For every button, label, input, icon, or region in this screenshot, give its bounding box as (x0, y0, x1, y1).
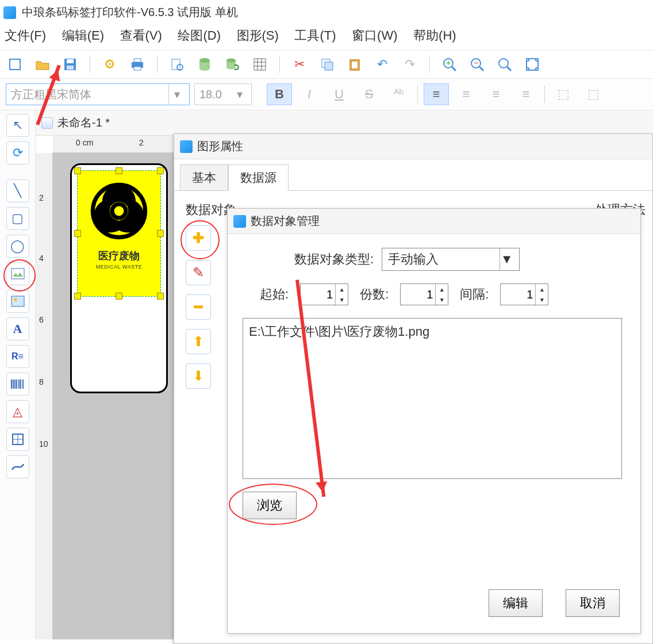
menu-draw[interactable]: 绘图(D) (178, 28, 221, 43)
menu-view[interactable]: 查看(V) (120, 28, 162, 43)
font-select[interactable]: 方正粗黑宋简体 ▾ (6, 83, 190, 105)
grid-icon[interactable] (251, 55, 269, 74)
svg-rect-3 (67, 66, 74, 70)
move-up-button[interactable]: ⬆ (186, 329, 211, 354)
dialog-icon (233, 215, 246, 228)
svg-line-22 (507, 67, 511, 71)
edit-button[interactable]: 编辑 (489, 589, 543, 617)
type-select[interactable]: 手动输入 ▼ (382, 248, 520, 271)
menu-bar: 文件(F) 编辑(E) 查看(V) 绘图(D) 图形(S) 工具(T) 窗口(W… (0, 24, 653, 51)
remove-button[interactable]: ━ (186, 294, 211, 320)
ellipse-tool[interactable]: ◯ (6, 235, 29, 258)
svg-line-16 (452, 67, 456, 71)
gear-icon[interactable]: ⚙ (101, 55, 119, 74)
svg-rect-14 (352, 62, 358, 68)
bold-button[interactable]: B (267, 83, 292, 105)
barcode-tool[interactable] (6, 373, 29, 396)
path-textbox[interactable]: E:\工作文件\图片\医疗废物1.png (243, 318, 622, 479)
cancel-button[interactable]: 取消 (566, 589, 620, 617)
properties-title-bar: 图形属性 (174, 134, 652, 159)
menu-shape[interactable]: 图形(S) (237, 28, 279, 43)
strike-button[interactable]: S (356, 83, 382, 105)
zoom-fit-icon[interactable] (495, 55, 514, 74)
properties-tabs: 基本 数据源 (174, 159, 652, 191)
clear-format-button[interactable]: ᴬᵇ (386, 83, 412, 105)
type-value: 手动输入 (388, 251, 439, 268)
print-icon[interactable] (128, 55, 147, 74)
move-down-button[interactable]: ⬇ (186, 363, 211, 389)
open-icon[interactable] (33, 55, 52, 74)
select-tool[interactable]: ↖ (6, 114, 29, 137)
fullscreen-icon[interactable] (523, 55, 541, 74)
count-input[interactable] (401, 284, 435, 305)
svg-rect-0 (10, 59, 20, 70)
font-size-select[interactable]: 18.0 ▾ (194, 83, 252, 105)
list-operations: ✚ ✎ ━ ⬆ ⬇ (186, 225, 217, 389)
font-size: 18.0 (199, 88, 222, 101)
vertical-ruler: 2 4 6 8 10 (36, 153, 53, 639)
chevron-down-icon[interactable]: ▾ (168, 84, 185, 105)
format-bar: 方正粗黑宋简体 ▾ 18.0 ▾ B I U S ᴬᵇ ≡ ≡ ≡ ≡ ⬚ ⬚ (0, 79, 653, 110)
label-canvas[interactable] (70, 163, 168, 393)
dialog-title-bar: 数据对象管理 (228, 209, 640, 234)
menu-file[interactable]: 文件(F) (5, 28, 46, 43)
text-tool[interactable]: A (6, 317, 29, 340)
svg-text:+: + (446, 58, 451, 67)
underline-button[interactable]: U (326, 83, 352, 105)
preview-icon[interactable] (168, 55, 186, 74)
align-right-button[interactable]: ≡ (483, 83, 509, 105)
chevron-down-icon[interactable]: ▾ (233, 84, 247, 105)
spacing-inc-button[interactable]: ⬚ (551, 83, 576, 105)
menu-help[interactable]: 帮助(H) (413, 28, 456, 43)
rotate-tool[interactable]: ⟳ (6, 141, 29, 164)
menu-edit[interactable]: 编辑(E) (62, 28, 104, 43)
line-tool[interactable]: ╲ (6, 179, 29, 202)
rounded-rect-tool[interactable]: ▢ (6, 207, 29, 230)
richtext-tool[interactable]: R≡ (6, 345, 29, 368)
database-sync-icon[interactable] (223, 55, 241, 74)
redo-icon[interactable]: ↷ (401, 55, 419, 74)
italic-button[interactable]: I (297, 83, 322, 105)
paste-icon[interactable] (345, 55, 364, 74)
zoom-out-icon[interactable]: − (468, 55, 486, 74)
browse-button[interactable]: 浏览 (243, 492, 297, 519)
type-label: 数据对象类型: (294, 251, 374, 268)
svg-point-21 (499, 59, 508, 68)
new-icon[interactable] (6, 55, 24, 74)
svg-rect-2 (67, 59, 74, 63)
start-spinner[interactable]: ▲▼ (300, 283, 348, 305)
menu-tool[interactable]: 工具(T) (294, 28, 336, 43)
document-tab[interactable]: 未命名-1 * (36, 110, 653, 136)
add-button[interactable]: ✚ (186, 225, 211, 251)
svg-line-19 (479, 67, 483, 71)
table-tool[interactable] (6, 428, 29, 451)
svg-rect-5 (134, 59, 141, 62)
title-bar: 中琅条码标签打印软件-V6.5.3 试用版 单机 (0, 0, 653, 24)
start-input[interactable] (301, 284, 335, 305)
image-tool[interactable] (6, 262, 29, 285)
app-title: 中琅条码标签打印软件-V6.5.3 试用版 单机 (22, 5, 238, 20)
qrcode-tool[interactable]: ◬ (6, 400, 29, 423)
undo-icon[interactable]: ↶ (373, 55, 391, 74)
spacing-dec-button[interactable]: ⬚ (581, 83, 606, 105)
interval-spinner[interactable]: ▲▼ (500, 283, 548, 305)
zoom-in-icon[interactable]: + (440, 55, 459, 74)
database-icon[interactable] (195, 55, 214, 74)
align-justify-button[interactable]: ≡ (513, 83, 539, 105)
cut-icon[interactable]: ✂ (290, 55, 309, 74)
chevron-down-icon[interactable]: ▼ (500, 248, 513, 270)
copy-icon[interactable] (318, 55, 336, 74)
curve-tool[interactable] (6, 455, 29, 478)
picture-tool[interactable] (6, 290, 29, 313)
edit-item-button[interactable]: ✎ (186, 260, 211, 285)
align-left-button[interactable]: ≡ (424, 83, 449, 105)
count-spinner[interactable]: ▲▼ (400, 283, 448, 305)
interval-input[interactable] (501, 284, 535, 305)
svg-rect-12 (325, 62, 333, 70)
align-center-button[interactable]: ≡ (454, 83, 479, 105)
menu-window[interactable]: 窗口(W) (352, 28, 397, 43)
tab-data-source[interactable]: 数据源 (228, 164, 289, 191)
tab-basic[interactable]: 基本 (180, 164, 228, 191)
dialog-title: 数据对象管理 (251, 213, 320, 229)
document-tab-label: 未命名-1 * (57, 115, 110, 131)
